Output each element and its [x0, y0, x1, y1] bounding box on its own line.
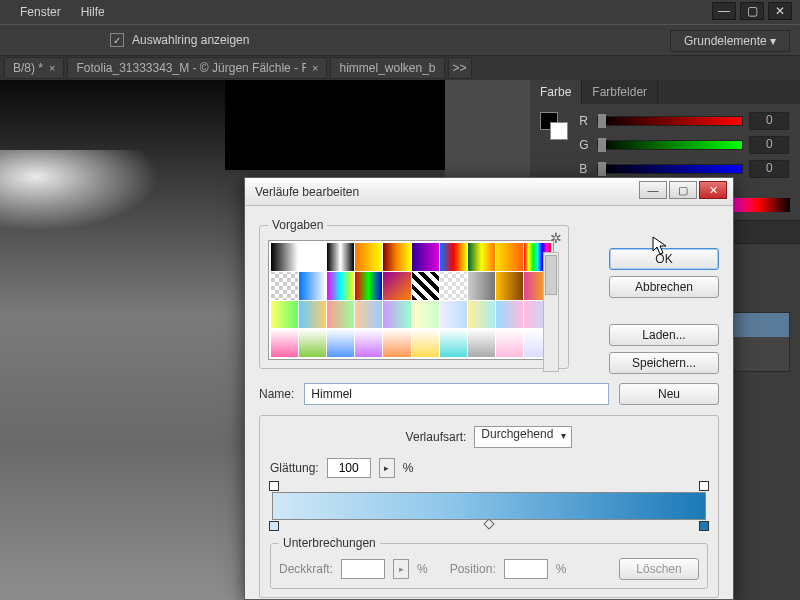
dialog-title: Verläufe bearbeiten [255, 185, 359, 199]
opacity-stop-right[interactable] [699, 481, 709, 491]
gradient-bar[interactable] [272, 492, 706, 520]
tab-label: B/8) * [13, 61, 43, 75]
fg-bg-swatch[interactable] [540, 112, 568, 140]
r-slider[interactable] [597, 116, 743, 126]
panel-tab-farbfelder[interactable]: Farbfelder [582, 80, 658, 104]
preset-swatch[interactable] [327, 243, 354, 271]
preset-swatch[interactable] [299, 329, 326, 357]
r-value[interactable]: 0 [749, 112, 789, 130]
preset-swatch[interactable] [271, 243, 298, 271]
preset-swatch[interactable] [327, 301, 354, 329]
preset-swatch[interactable] [412, 243, 439, 271]
preset-swatch[interactable] [299, 301, 326, 329]
menubar: Fenster Hilfe [0, 0, 800, 24]
gradient-type-select[interactable]: Durchgehend [474, 426, 572, 448]
preset-swatch[interactable] [412, 272, 439, 300]
auswahlring-checkbox[interactable]: ✓ [110, 33, 124, 47]
dialog-maximize-button[interactable]: ▢ [669, 181, 697, 199]
smoothness-input[interactable] [327, 458, 371, 478]
preset-swatch[interactable] [468, 301, 495, 329]
delete-stop-button: Löschen [619, 558, 699, 580]
preset-swatch[interactable] [440, 272, 467, 300]
gear-icon[interactable]: ✲ [550, 230, 562, 246]
preset-swatch[interactable] [440, 329, 467, 357]
preset-grid[interactable] [268, 240, 554, 360]
tab-label: Fotolia_31333343_M - © Jürgen Fälchle - … [76, 61, 306, 75]
preset-swatch[interactable] [327, 272, 354, 300]
load-button[interactable]: Laden... [609, 324, 719, 346]
tab-close-icon[interactable]: × [49, 62, 55, 74]
auswahlring-label: Auswahlring anzeigen [132, 33, 249, 47]
smoothness-stepper[interactable]: ▸ [379, 458, 395, 478]
preset-swatch[interactable] [412, 329, 439, 357]
channel-b-label: B [579, 162, 591, 176]
name-label: Name: [259, 387, 294, 401]
preset-swatch[interactable] [496, 329, 523, 357]
preset-swatch[interactable] [383, 301, 410, 329]
preset-swatch[interactable] [327, 329, 354, 357]
preset-swatch[interactable] [440, 243, 467, 271]
preset-swatch[interactable] [299, 272, 326, 300]
channel-g-label: G [579, 138, 591, 152]
b-slider[interactable] [597, 164, 743, 174]
preset-swatch[interactable] [271, 272, 298, 300]
smoothness-label: Glättung: [270, 461, 319, 475]
tab-close-icon[interactable]: × [312, 62, 318, 74]
preset-swatch[interactable] [355, 272, 382, 300]
gradient-editor-dialog: Verläufe bearbeiten — ▢ ✕ Vorgaben ✲ OK … [244, 177, 734, 600]
name-input[interactable] [304, 383, 609, 405]
dialog-minimize-button[interactable]: — [639, 181, 667, 199]
preset-swatch[interactable] [383, 243, 410, 271]
tab-overflow-button[interactable]: >> [448, 57, 472, 79]
document-tab[interactable]: B/8) *× [4, 57, 64, 79]
b-value[interactable]: 0 [749, 160, 789, 178]
preset-swatch[interactable] [496, 272, 523, 300]
app-maximize-button[interactable]: ▢ [740, 2, 764, 20]
preset-swatch[interactable] [468, 329, 495, 357]
color-stop-right[interactable] [699, 521, 709, 531]
app-window-controls: — ▢ ✕ [712, 2, 792, 20]
preset-swatch[interactable] [440, 301, 467, 329]
preset-swatch[interactable] [496, 301, 523, 329]
cancel-button[interactable]: Abbrechen [609, 276, 719, 298]
menu-fenster[interactable]: Fenster [20, 5, 61, 19]
preset-swatch[interactable] [355, 243, 382, 271]
new-button[interactable]: Neu [619, 383, 719, 405]
opacity-stop-input [341, 559, 385, 579]
document-tab[interactable]: himmel_wolken_b [330, 57, 444, 79]
g-slider[interactable] [597, 140, 743, 150]
g-value[interactable]: 0 [749, 136, 789, 154]
dialog-titlebar[interactable]: Verläufe bearbeiten — ▢ ✕ [245, 178, 733, 206]
opacity-stop-left[interactable] [269, 481, 279, 491]
opacity-stepper: ▸ [393, 559, 409, 579]
ok-button[interactable]: OK [609, 248, 719, 270]
background-swatch[interactable] [550, 122, 568, 140]
preset-swatch[interactable] [412, 301, 439, 329]
app-close-button[interactable]: ✕ [768, 2, 792, 20]
black-region [225, 80, 445, 170]
preset-swatch[interactable] [468, 243, 495, 271]
workspace-preset-dropdown[interactable]: Grundelemente ▾ [670, 30, 790, 52]
preset-swatch[interactable] [383, 329, 410, 357]
midpoint-handle[interactable] [483, 518, 494, 529]
preset-swatch[interactable] [355, 301, 382, 329]
stops-fieldset: Unterbrechungen Deckkraft: ▸ % Position:… [270, 536, 708, 589]
preset-swatch[interactable] [271, 301, 298, 329]
preset-swatch[interactable] [271, 329, 298, 357]
preset-swatch[interactable] [383, 272, 410, 300]
color-stop-left[interactable] [269, 521, 279, 531]
dialog-close-button[interactable]: ✕ [699, 181, 727, 199]
preset-swatch[interactable] [299, 243, 326, 271]
tab-overflow-label: >> [453, 61, 467, 75]
app-minimize-button[interactable]: — [712, 2, 736, 20]
document-tab[interactable]: Fotolia_31333343_M - © Jürgen Fälchle - … [67, 57, 327, 79]
gradient-section: Verlaufsart: Durchgehend Glättung: ▸ % U… [259, 415, 719, 598]
preset-swatch[interactable] [355, 329, 382, 357]
preset-swatch[interactable] [496, 243, 523, 271]
menu-hilfe[interactable]: Hilfe [81, 5, 105, 19]
preset-scrollbar[interactable] [543, 252, 559, 372]
preset-swatch[interactable] [468, 272, 495, 300]
panel-tab-farbe[interactable]: Farbe [530, 80, 582, 104]
save-button[interactable]: Speichern... [609, 352, 719, 374]
opacity-stop-label: Deckkraft: [279, 562, 333, 576]
